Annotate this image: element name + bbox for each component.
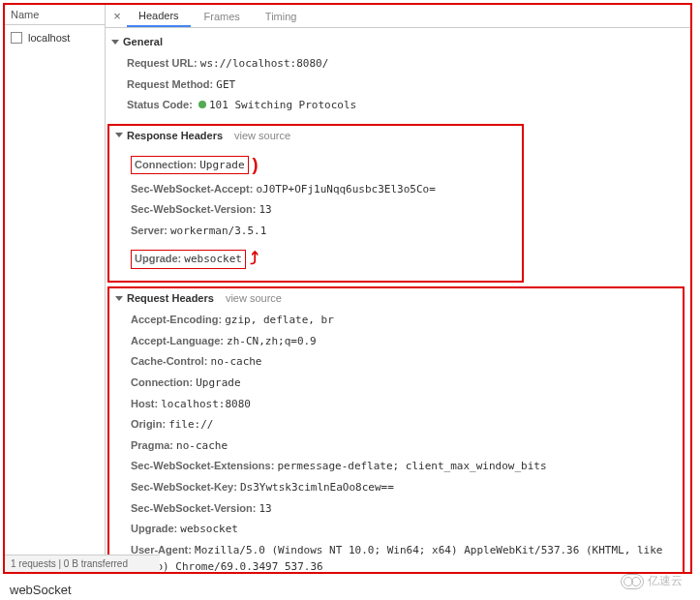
host-value: localhost:8080 — [161, 398, 251, 410]
connection-highlight: Connection: Upgrade — [131, 156, 249, 175]
accept-language-value: zh-CN,zh;q=0.9 — [227, 335, 317, 347]
sec-ws-ext-key: Sec-WebSocket-Extensions: — [131, 460, 274, 471]
status-bar: 1 requests | 0 B transferred — [5, 555, 160, 572]
sec-ws-version-key: Sec-WebSocket-Version: — [131, 502, 256, 514]
sec-ws-ext-value: permessage-deflate; client_max_window_bi… — [277, 460, 546, 472]
list-header-name[interactable]: Name — [5, 5, 105, 25]
connection-key: Connection: — [131, 376, 193, 388]
accept-language-key: Accept-Language: — [131, 335, 224, 346]
tab-frames[interactable]: Frames — [193, 7, 252, 26]
server-key: Server: — [131, 225, 167, 236]
origin-value: file:// — [168, 418, 213, 431]
upgrade-value: websocket — [180, 523, 238, 535]
request-headers-annotation-box: Request Headers view source Accept-Encod… — [107, 286, 685, 572]
server-value: workerman/3.5.1 — [170, 225, 266, 237]
upgrade-key: Upgrade: — [131, 523, 177, 534]
accept-encoding-value: gzip, deflate, br — [225, 314, 334, 326]
section-request-headers[interactable]: Request Headers view source — [109, 288, 679, 308]
image-caption: webSocket — [0, 577, 700, 600]
general-block: Request URL: ws://localhost:8080/ Reques… — [106, 51, 690, 122]
user-agent-key: User-Agent: — [131, 544, 192, 555]
section-label: General — [123, 36, 163, 47]
response-headers-annotation-box: Response Headers view source Connection:… — [107, 124, 524, 283]
tab-timing[interactable]: Timing — [254, 7, 309, 26]
cache-control-value: no-cache — [211, 355, 262, 368]
status-code-value: 101 Switching Protocols — [209, 99, 356, 111]
tab-bar: × Headers Frames Timing — [106, 5, 690, 28]
origin-key: Origin: — [131, 418, 166, 430]
view-source-link[interactable]: view source — [226, 292, 282, 304]
devtools-panel: Name localhost 1 requests | 0 B transfer… — [3, 3, 692, 574]
handwritten-arrow-icon: ⤴ — [250, 249, 259, 268]
sec-ws-accept-key: Sec-WebSocket-Accept: — [131, 183, 253, 195]
details-panel: × Headers Frames Timing General Request … — [106, 5, 690, 572]
caret-down-icon — [115, 133, 123, 137]
section-label: Request Headers — [127, 292, 214, 304]
section-general[interactable]: General — [106, 32, 690, 51]
upgrade-highlight: Upgrade: websocket — [131, 250, 246, 269]
handwritten-arrow-icon: ) — [253, 155, 259, 174]
tab-headers[interactable]: Headers — [127, 6, 191, 27]
request-method-value: GET — [216, 78, 235, 91]
sec-ws-version-value: 13 — [259, 203, 271, 216]
section-label: Response Headers — [127, 130, 223, 141]
websocket-icon — [11, 32, 22, 44]
section-response-headers[interactable]: Response Headers view source — [109, 126, 522, 145]
request-method-key: Request Method: — [127, 78, 213, 90]
headers-content: General Request URL: ws://localhost:8080… — [106, 28, 690, 572]
sec-ws-key-key: Sec-WebSocket-Key: — [131, 481, 237, 493]
pragma-value: no-cache — [176, 439, 228, 452]
accept-encoding-key: Accept-Encoding: — [131, 314, 222, 325]
response-block: Connection: Upgrade) Sec-WebSocket-Accep… — [109, 145, 522, 279]
sec-ws-version-value: 13 — [259, 502, 271, 515]
request-item-localhost[interactable]: localhost — [5, 29, 105, 46]
cache-control-key: Cache-Control: — [131, 355, 207, 367]
pragma-key: Pragma: — [131, 439, 173, 451]
status-dot-icon — [198, 101, 206, 108]
request-item-label: localhost — [28, 32, 70, 44]
caret-down-icon — [111, 40, 119, 45]
close-button[interactable]: × — [109, 9, 125, 23]
request-url-value: ws://localhost:8080/ — [200, 57, 328, 70]
status-code-key: Status Code: — [127, 99, 193, 110]
user-agent-value: Mozilla/5.0 (Windows NT 10.0; Win64; x64… — [131, 544, 662, 572]
view-source-link[interactable]: view source — [234, 130, 290, 141]
host-key: Host: — [131, 398, 158, 409]
sec-ws-accept-value: oJ0TP+OFj1uNqq6usbc3El3o5Co= — [256, 183, 435, 195]
request-url-key: Request URL: — [127, 57, 198, 69]
sec-ws-version-key: Sec-WebSocket-Version: — [131, 203, 256, 215]
sec-ws-key-value: Ds3Ywtsk3cimlnEaOo8cew== — [240, 481, 394, 494]
watermark-text: 亿速云 — [648, 573, 683, 589]
requests-list-panel: Name localhost 1 requests | 0 B transfer… — [5, 5, 106, 572]
cloud-logo-icon — [621, 574, 644, 589]
connection-value: Upgrade — [196, 376, 240, 389]
watermark: 亿速云 — [621, 573, 683, 589]
request-block: Accept-Encoding: gzip, deflate, br Accep… — [109, 308, 679, 572]
caret-down-icon — [115, 296, 123, 301]
requests-list: localhost — [5, 25, 105, 572]
